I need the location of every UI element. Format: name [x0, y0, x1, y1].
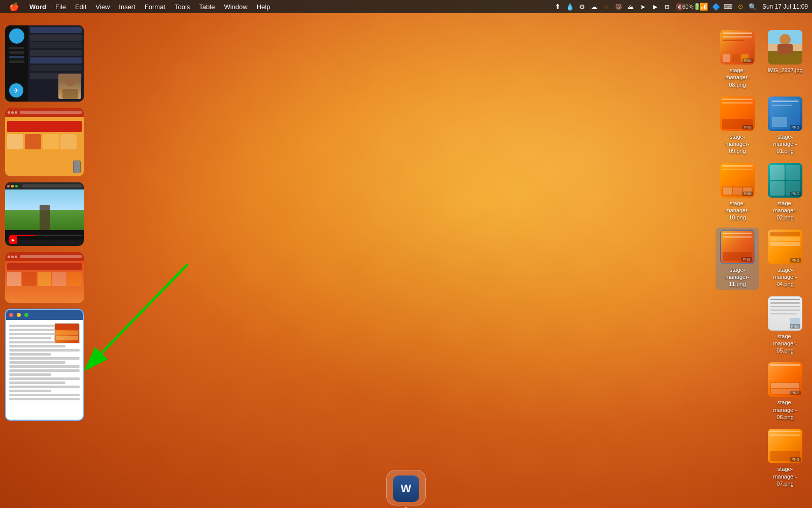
- stage-manager-panel: ✈: [0, 20, 89, 488]
- menubar: 🍎 Word File Edit View Insert Format Tool…: [0, 0, 812, 13]
- nightshift-icon[interactable]: ⊙: [736, 2, 745, 11]
- desktop-icon-sm06[interactable]: stage-manager-06.png: [763, 360, 807, 423]
- menu-edit[interactable]: Edit: [71, 2, 90, 12]
- input-menu-icon[interactable]: ⌨: [724, 2, 733, 11]
- stage-item-messaging[interactable]: ✈: [5, 25, 84, 102]
- menu-view[interactable]: View: [91, 2, 114, 12]
- menu-table[interactable]: Table: [195, 2, 219, 12]
- stage-item-youtube[interactable]: ▶: [5, 182, 84, 246]
- desktop-icon-sm08[interactable]: stage-manager-08.png: [716, 28, 759, 90]
- wifi-icon[interactable]: 📶: [699, 2, 708, 11]
- icon-label-sm08: stage-manager-08.png: [719, 67, 757, 88]
- grid-icon[interactable]: ⊞: [663, 2, 672, 11]
- bluetooth-icon[interactable]: 🔷: [712, 2, 721, 11]
- icon-label-sm07: stage-manager-07.png: [766, 465, 804, 487]
- desktop-icon-img2997[interactable]: IMG_2997.jpg: [763, 28, 807, 90]
- youtube-play-button[interactable]: ▶: [9, 236, 17, 244]
- dock: W: [386, 470, 426, 505]
- desktop-icon-sm05[interactable]: stage-manager-05.png: [763, 294, 807, 357]
- desktop-icon-sm10[interactable]: stage-manager-10.png: [716, 161, 759, 224]
- menu-window[interactable]: Window: [220, 2, 251, 12]
- icon-label-sm05: stage-manager-05.png: [766, 333, 804, 355]
- icon-label-sm01: stage-manager-01.png: [766, 133, 804, 155]
- clock: Sun 17 Jul 11:09: [762, 3, 808, 10]
- app-icon-6[interactable]: ➤: [638, 2, 648, 11]
- icon-label-sm06: stage-manager-06.png: [766, 399, 804, 421]
- desktop-icon-sm07[interactable]: stage-manager-07.png: [763, 427, 807, 489]
- navigation-icon[interactable]: ⬆: [553, 2, 562, 11]
- telegram-icon: ✈: [9, 83, 23, 98]
- app-icon-2[interactable]: ☁: [590, 2, 599, 11]
- stage-item-shopping2[interactable]: [5, 252, 84, 303]
- desktop-icons-area: stage-manager-08.png IMG_2997.jpg stage-…: [710, 20, 812, 498]
- icon-label-sm02: stage-manager-02.png: [766, 200, 804, 221]
- desktop-icon-sm02[interactable]: stage-manager-02.png: [763, 161, 807, 224]
- dock-word-icon[interactable]: W: [393, 475, 419, 502]
- annotation-arrow: [81, 254, 208, 381]
- apple-menu[interactable]: 🍎: [4, 2, 24, 12]
- app-icon-1[interactable]: ⚙: [578, 2, 587, 11]
- dropbox-icon[interactable]: 💧: [565, 2, 574, 11]
- play-icon[interactable]: ▶: [651, 2, 660, 11]
- menu-format[interactable]: Format: [141, 2, 170, 12]
- desktop-icon-sm11[interactable]: stage-manager-11.png: [716, 228, 759, 290]
- desktop-icon-sm09[interactable]: stage-manager-09.png: [716, 94, 759, 157]
- menubar-right: ⬆ 💧 ⚙ ☁ V 🐻 ⛰ ➤ ▶ ⊞ 🔇 60% 🔋 📶 🔷 ⌨ ⊙ 🔍 Su…: [553, 2, 808, 11]
- stage-item-word[interactable]: stage-manager-11.png: [5, 309, 84, 421]
- app-icon-4[interactable]: 🐻: [614, 2, 623, 11]
- app-icon-3[interactable]: V: [602, 2, 611, 11]
- menu-insert[interactable]: Insert: [115, 2, 140, 12]
- stage-item-shopping1[interactable]: [5, 108, 84, 176]
- app-name[interactable]: Word: [25, 2, 50, 12]
- app-icon-5[interactable]: ⛰: [626, 2, 635, 11]
- menu-file[interactable]: File: [51, 2, 70, 12]
- icon-label-sm10: stage-manager-10.png: [719, 200, 757, 221]
- desktop-icon-sm04[interactable]: stage-manager-04.png: [763, 228, 807, 290]
- menu-help[interactable]: Help: [253, 2, 275, 12]
- svg-line-1: [101, 264, 188, 353]
- search-icon[interactable]: 🔍: [748, 2, 757, 11]
- desktop-icon-sm01[interactable]: stage-manager-01.png: [763, 94, 807, 157]
- icon-label-img2997: IMG_2997.jpg: [767, 67, 802, 74]
- icon-label-sm04: stage-manager-04.png: [766, 266, 804, 288]
- icon-label-sm09: stage-manager-09.png: [719, 133, 757, 155]
- battery-icon[interactable]: 60% 🔋: [687, 2, 696, 11]
- desktop: 🍎 Word File Edit View Insert Format Tool…: [0, 0, 812, 508]
- menu-tools[interactable]: Tools: [171, 2, 194, 12]
- icon-label-sm11: stage-manager-11.png: [719, 266, 757, 288]
